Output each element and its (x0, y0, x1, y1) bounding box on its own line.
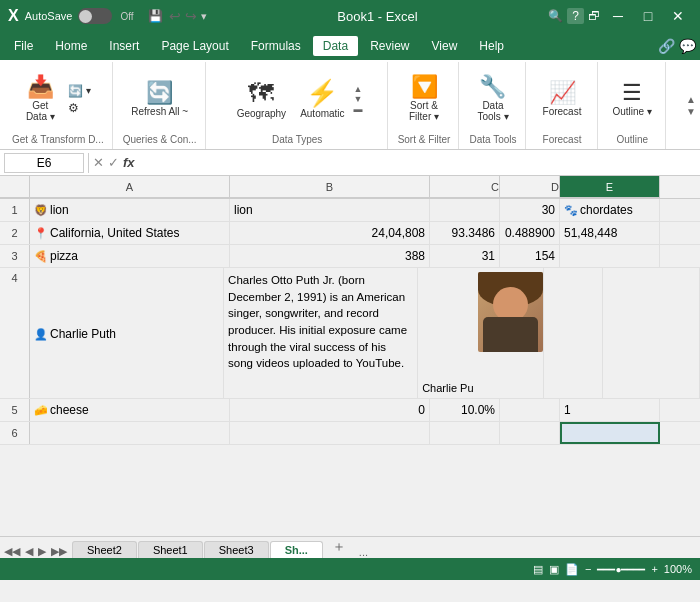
view-page-break-icon[interactable]: 📄 (565, 563, 579, 576)
ribbon-display-icon[interactable]: 🗗 (588, 9, 600, 23)
cell-b3[interactable]: 388 (230, 245, 430, 267)
menu-data[interactable]: Data (313, 36, 358, 56)
col-header-d[interactable]: D (500, 176, 560, 198)
confirm-formula-icon[interactable]: ✓ (108, 155, 119, 170)
sheet-tab-sheet3[interactable]: Sheet3 (204, 541, 269, 558)
cell-a6[interactable] (30, 422, 230, 444)
automatic-label: Automatic (300, 108, 344, 119)
cell-a2[interactable]: 📍California, United States (30, 222, 230, 244)
sheet-tab-sheet1[interactable]: Sheet1 (138, 541, 203, 558)
cell-b6[interactable] (230, 422, 430, 444)
menu-page-layout[interactable]: Page Layout (151, 36, 238, 56)
cell-e3[interactable] (560, 245, 660, 267)
fx-icon[interactable]: fx (123, 155, 135, 170)
data-tools-button[interactable]: 🔧 DataTools ▾ (472, 73, 513, 125)
col-header-b[interactable]: B (230, 176, 430, 198)
cell-c2[interactable]: 93.3486 (430, 222, 500, 244)
redo-icon[interactable]: ↪ (185, 8, 197, 24)
row-header-1[interactable]: 1 (0, 199, 30, 221)
zoom-in-button[interactable]: + (651, 563, 657, 575)
cell-b2[interactable]: 24,04,808 (230, 222, 430, 244)
cell-c6[interactable] (430, 422, 500, 444)
save-icon[interactable]: 💾 (148, 9, 163, 23)
zoom-out-button[interactable]: − (585, 563, 591, 575)
cell-d5[interactable] (500, 399, 560, 421)
cell-a1[interactable]: 🦁lion (30, 199, 230, 221)
row-header-3[interactable]: 3 (0, 245, 30, 267)
row-header-4[interactable]: 4 (0, 268, 30, 398)
status-bar: ▤ ▣ 📄 − ━━━●━━━━ + 100% (0, 558, 700, 580)
cancel-formula-icon[interactable]: ✕ (93, 155, 104, 170)
cell-d3[interactable]: 154 (500, 245, 560, 267)
view-normal-icon[interactable]: ▤ (533, 563, 543, 576)
col-header-c[interactable]: C (430, 176, 500, 198)
cell-e2[interactable]: 51,48,448 (560, 222, 660, 244)
new-query-button[interactable]: 🔄▾ (64, 83, 95, 99)
help-icon[interactable]: ? (567, 8, 584, 24)
menu-file[interactable]: File (4, 36, 43, 56)
cell-b4[interactable]: Charles Otto Puth Jr. (born December 2, … (224, 268, 418, 398)
cell-c1[interactable] (430, 199, 500, 221)
cell-b5[interactable]: 0 (230, 399, 430, 421)
cell-d4[interactable] (544, 268, 602, 398)
nav-right-one-icon[interactable]: ▶ (38, 545, 46, 558)
cell-a3[interactable]: 🍕pizza (30, 245, 230, 267)
cell-e5[interactable]: 1 (560, 399, 660, 421)
cell-e6[interactable] (560, 422, 660, 444)
get-data-button[interactable]: 📥 GetData ▾ (20, 73, 60, 125)
cell-a5[interactable]: 🧀cheese (30, 399, 230, 421)
close-button[interactable]: ✕ (664, 2, 692, 30)
menu-view[interactable]: View (422, 36, 468, 56)
forecast-button[interactable]: 📈 Forecast (538, 79, 587, 120)
cell-d1[interactable]: 30 (500, 199, 560, 221)
workbook-queries-button[interactable]: ⚙ (64, 100, 95, 116)
search-icon[interactable]: 🔍 (548, 9, 563, 23)
cell-e1[interactable]: 🐾chordates (560, 199, 660, 221)
row-header-6[interactable]: 6 (0, 422, 30, 444)
sheet-tab-sheet2[interactable]: Sheet2 (72, 541, 137, 558)
nav-left-one-icon[interactable]: ◀ (25, 545, 33, 558)
ribbon-scroll-up[interactable]: ▲ (686, 94, 696, 106)
minimize-button[interactable]: ─ (604, 2, 632, 30)
sheet-tab-current[interactable]: Sh... (270, 541, 323, 558)
menu-help[interactable]: Help (469, 36, 514, 56)
nav-left-icon[interactable]: ◀◀ (4, 545, 20, 558)
nav-right-icon[interactable]: ▶▶ (51, 545, 67, 558)
col-header-e[interactable]: E (560, 176, 660, 198)
cell-b1[interactable]: lion (230, 199, 430, 221)
row-header-5[interactable]: 5 (0, 399, 30, 421)
menu-home[interactable]: Home (45, 36, 97, 56)
sort-filter-button[interactable]: 🔽 Sort &Filter ▾ (404, 73, 444, 125)
autosave-toggle[interactable] (78, 8, 112, 24)
maximize-button[interactable]: □ (634, 2, 662, 30)
data-types-scroll[interactable]: ▲ ▼ ▬ (354, 84, 363, 114)
formula-input[interactable] (139, 154, 696, 172)
cell-c3[interactable]: 31 (430, 245, 500, 267)
cell-a4[interactable]: 👤Charlie Puth (30, 268, 224, 398)
refresh-all-button[interactable]: 🔄 Refresh All ~ (126, 79, 193, 120)
menu-insert[interactable]: Insert (99, 36, 149, 56)
view-page-layout-icon[interactable]: ▣ (549, 563, 559, 576)
ribbon-scroll[interactable]: ▲ ▼ (686, 62, 696, 149)
outline-button[interactable]: ☰ Outline ▾ (608, 79, 657, 120)
data-tools-buttons: 🔧 DataTools ▾ (472, 64, 513, 134)
cell-e4[interactable] (603, 268, 700, 398)
cell-d6[interactable] (500, 422, 560, 444)
menu-formulas[interactable]: Formulas (241, 36, 311, 56)
automatic-button[interactable]: ⚡ Automatic (295, 77, 349, 122)
add-sheet-icon[interactable]: ＋ (324, 536, 354, 558)
ribbon-scroll-down[interactable]: ▼ (686, 106, 696, 118)
cell-c5[interactable]: 10.0% (430, 399, 500, 421)
table-row: 6 (0, 422, 700, 445)
col-header-a[interactable]: A (30, 176, 230, 198)
geography-button[interactable]: 🗺 Geography (232, 77, 291, 122)
zoom-slider[interactable]: ━━━●━━━━ (597, 564, 645, 575)
cell-d2[interactable]: 0.488900 (500, 222, 560, 244)
row-header-2[interactable]: 2 (0, 222, 30, 244)
share-icon[interactable]: 🔗 (658, 38, 675, 54)
cell-c4[interactable]: Charlie Pu (418, 268, 544, 398)
undo-icon[interactable]: ↩ (169, 8, 181, 24)
comment-icon[interactable]: 💬 (679, 38, 696, 54)
cell-reference-box[interactable] (4, 153, 84, 173)
menu-review[interactable]: Review (360, 36, 419, 56)
